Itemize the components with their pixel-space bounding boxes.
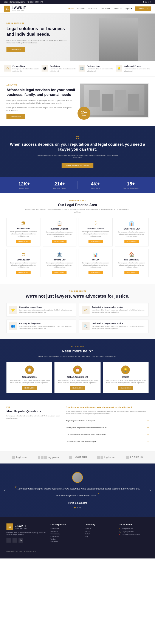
- help-card-title-1: Get an Appointment: [57, 376, 98, 378]
- facebook-icon[interactable]: f: [143, 1, 144, 3]
- testimonial-arrow-left[interactable]: ‹: [4, 488, 6, 492]
- brand-4: LOGIPSUM: [126, 456, 143, 459]
- help-card-btn-0[interactable]: LEARN MORE: [22, 386, 37, 390]
- testimonial-dot-0[interactable]: [74, 507, 76, 508]
- footer-link-about[interactable]: About Us: [85, 528, 114, 530]
- faq-chevron-1: ▾: [147, 426, 148, 429]
- help-card-consultations: 📋 Consultations Lorem ipsum dolor sit am…: [7, 362, 52, 393]
- footer-link-car[interactable]: Car Incident: [51, 528, 80, 530]
- practice-card-title-2: Insurance Defense: [81, 228, 110, 230]
- testimonial-avatar: [72, 472, 83, 483]
- linkedin-icon[interactable]: in: [145, 1, 146, 3]
- feature-title-0: Personal Law: [13, 65, 39, 67]
- practice-header: PRACTICE AREA Our Legal Practice Area Lo…: [7, 200, 148, 214]
- nav-link-case[interactable]: Case Study: [100, 8, 110, 10]
- practice-card-desc-3: Lorem ipsum dolor sit amet consectetur a…: [117, 231, 146, 237]
- faq-item-3[interactable]: Luctus vivamus vel duis tincidunt augue?…: [66, 438, 148, 445]
- stat-label-2: Cases Done: [78, 187, 113, 189]
- nav-logo: ⚖ LAWKIT LEGAL PRACTICE: [4, 6, 26, 12]
- feature-personal-law: ⚖ Personal Law Lorem ipsum dolor sit ame…: [4, 65, 39, 72]
- nav-cta-button[interactable]: Get in touch: [135, 6, 151, 11]
- testimonial-dots: [13, 507, 142, 508]
- blue-section-title: When success depends on your reputation …: [7, 142, 148, 152]
- testimonial-dot-2[interactable]: [79, 507, 81, 508]
- advocates-title: We're not just lawyers, we're advocates …: [7, 293, 148, 299]
- footer-link-tax[interactable]: Tax Law: [51, 538, 80, 540]
- advocate-item-title-0: Committed to excellence: [19, 306, 73, 308]
- advocate-item-title-3: Dedicated to the pursuit of justice: [92, 322, 146, 324]
- nav-logo-sub: LEGAL PRACTICE: [12, 10, 26, 12]
- top-bar: support@lawkitlaw.com +1 (001) 234-5678 …: [0, 0, 155, 4]
- footer-social-twitter[interactable]: t: [13, 538, 17, 542]
- practice-card-btn-5[interactable]: LEARN MORE: [52, 271, 67, 274]
- features-row: ⚖ Personal Law Lorem ipsum dolor sit ame…: [0, 61, 155, 77]
- practice-icon-7: 🏠: [117, 252, 146, 257]
- help-card-btn-2[interactable]: LEARN MORE: [118, 386, 133, 390]
- faq-chevron-2: ▾: [147, 434, 148, 436]
- nav-link-contact[interactable]: Contact us: [113, 8, 122, 10]
- stat-label-3: Years of Experience: [113, 187, 148, 189]
- feature-intellectual: 💡 Intellectual Property Lorem ipsum dolo…: [116, 65, 151, 72]
- footer-contact-title: Get in touch: [119, 524, 148, 526]
- footer-logo-icon: ⚖: [7, 524, 13, 530]
- email-icon: ✉: [119, 528, 121, 530]
- footer-link-contact-co[interactable]: Contact: [85, 533, 114, 535]
- faq-question-3: Luctus vivamus vel duis tincidunt augue?: [66, 440, 97, 442]
- practice-card-title-5: Banking Law: [45, 259, 74, 261]
- advocate-icon-0: ⭐: [9, 306, 17, 314]
- footer-link-blog[interactable]: Blog: [85, 536, 114, 537]
- footer-link-criminal[interactable]: Criminal Law: [51, 536, 80, 537]
- nav-link-pages[interactable]: Pages ▾: [125, 8, 132, 10]
- about-image-wrap: 15+ Years: [80, 83, 148, 120]
- hero-title: Legal solutions for business and individ…: [7, 26, 71, 37]
- feature-title-2: Business Law: [87, 65, 114, 67]
- faq-item-2[interactable]: Duis linum volutpat lacus lacivia nostra…: [66, 431, 148, 438]
- youtube-icon[interactable]: y: [150, 1, 151, 3]
- practice-card-desc-7: Lorem ipsum dolor sit amet consectetur a…: [117, 262, 146, 268]
- feature-desc-3: Lorem ipsum dolor sit amet consectetur a…: [124, 68, 151, 72]
- about-section: ABOUT US Affordable legal services for y…: [0, 77, 155, 126]
- advocate-item-desc-0: Lorem ipsum dolor sit amet, consectetur …: [19, 309, 73, 313]
- stat-num-3: 15+: [113, 181, 148, 187]
- advocate-item-title-2: Attorney for the people: [19, 322, 73, 324]
- footer-link-careers[interactable]: Careers: [85, 530, 114, 532]
- footer-link-estate[interactable]: Estate Law: [51, 541, 80, 542]
- help-cards: 📋 Consultations Lorem ipsum dolor sit am…: [7, 362, 148, 393]
- nav-link-services[interactable]: Services ▾: [88, 8, 97, 10]
- practice-card-btn-4[interactable]: LEARN MORE: [16, 271, 31, 274]
- twitter-icon[interactable]: t: [148, 1, 148, 3]
- advocate-item-desc-3: Lorem ipsum dolor sit amet, consectetur …: [92, 325, 146, 330]
- hero-cta-button[interactable]: LEARN MORE: [7, 47, 25, 52]
- practice-card-btn-0[interactable]: LEARN MORE: [16, 240, 31, 243]
- faq-item-1[interactable]: Mauris platea magna tincidunt suspendiss…: [66, 424, 148, 431]
- phone-icon: 📞: [119, 531, 121, 533]
- footer-social-facebook[interactable]: f: [7, 538, 11, 542]
- footer-link-family[interactable]: Family Law: [51, 530, 80, 532]
- testimonial-arrow-right[interactable]: ›: [149, 488, 151, 492]
- faq-chevron-0: ▾: [147, 420, 148, 422]
- feature-icon-business: 🏢: [79, 65, 85, 72]
- hero-tag: LEGAL SERVICES: [7, 22, 71, 24]
- footer-social-linkedin[interactable]: in: [19, 538, 23, 542]
- faq-item-0[interactable]: Adipiscing orst volutbatur ut id augue? …: [66, 418, 148, 424]
- brand-1: logipsum: [38, 456, 59, 459]
- practice-card-btn-6[interactable]: LEARN MORE: [88, 271, 103, 274]
- nav-link-home[interactable]: Home: [68, 8, 74, 10]
- practice-card-btn-1[interactable]: LEARN MORE: [52, 240, 67, 243]
- stat-happy-client: 12K+ Happy Client: [7, 181, 42, 189]
- nav-link-about[interactable]: About Us: [77, 8, 85, 10]
- stat-num-2: 4K+: [78, 181, 113, 187]
- testimonial-dot-1[interactable]: [77, 507, 78, 508]
- help-card-btn-1[interactable]: LEARN MORE: [70, 386, 85, 390]
- practice-card-6: 📊 Tax Law Lorem ipsum dolor sit amet con…: [79, 248, 113, 277]
- practice-card-btn-2[interactable]: LEARN MORE: [88, 240, 103, 243]
- practice-icon-1: 📋: [45, 221, 74, 226]
- footer-link-business[interactable]: Business Law: [51, 533, 80, 535]
- practice-card-btn-7[interactable]: LEARN MORE: [124, 271, 139, 274]
- brand-0: logipsum: [12, 456, 27, 459]
- help-tag: NEED HELP?: [7, 346, 148, 348]
- blue-section-cta-button[interactable]: MAKE AN APPOINTMENT: [62, 163, 93, 168]
- practice-card-btn-3[interactable]: LEARN MORE: [124, 240, 139, 243]
- about-cta-button[interactable]: LEARN MORE: [7, 114, 25, 119]
- practice-card-4: ⚖ Civil Litigation Lorem ipsum dolor sit…: [7, 248, 41, 277]
